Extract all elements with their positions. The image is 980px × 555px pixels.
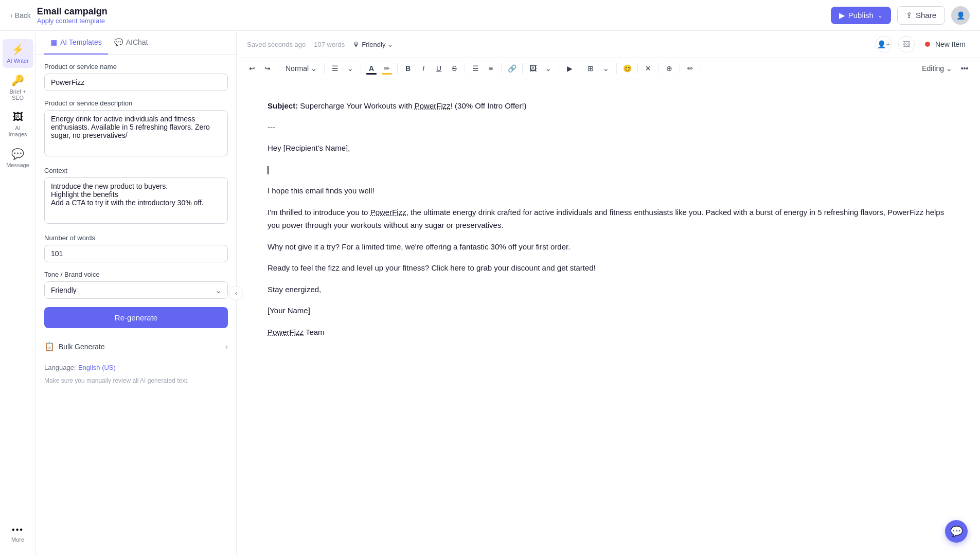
letter-a-icon: A bbox=[369, 64, 374, 73]
page-title: Email campaign bbox=[37, 6, 108, 17]
link-button[interactable]: 🔗 bbox=[505, 61, 519, 76]
toolbar-divider-6 bbox=[501, 63, 502, 74]
language-value[interactable]: English (US) bbox=[78, 364, 116, 371]
red-dot-icon bbox=[925, 42, 930, 47]
chevron-right-icon: › bbox=[225, 342, 228, 351]
mic-icon: 🎙 bbox=[353, 41, 360, 48]
toolbar-divider-14 bbox=[701, 63, 701, 74]
avatar[interactable]: 👤 bbox=[951, 6, 970, 25]
clear-format-button[interactable]: ✕ bbox=[641, 61, 655, 76]
share-button[interactable]: ⇪ Share bbox=[897, 6, 945, 25]
tab-ai-templates[interactable]: ▦ AI Templates bbox=[44, 31, 108, 55]
words-input[interactable] bbox=[44, 245, 228, 262]
chat-bubble[interactable]: 💬 bbox=[945, 520, 968, 543]
context-textarea[interactable]: Introduce the new product to buyers. Hig… bbox=[44, 177, 228, 224]
emoji-button[interactable]: 😊 bbox=[620, 61, 634, 76]
redo-button[interactable]: ↪ bbox=[260, 61, 275, 76]
person-add-icon[interactable]: 👤+ bbox=[876, 36, 892, 52]
tab-ai-templates-label: AI Templates bbox=[60, 38, 102, 46]
sidebar-label-ai-writer: AI Writer bbox=[7, 58, 29, 64]
image-chevron-button[interactable]: ⌄ bbox=[541, 61, 556, 76]
table-chevron-button[interactable]: ⌄ bbox=[599, 61, 613, 76]
product-desc-group: Product or service description Energy dr… bbox=[44, 99, 228, 158]
panel-collapse-button[interactable]: ‹ bbox=[229, 286, 243, 300]
italic-button[interactable]: I bbox=[416, 61, 431, 76]
product-name-label: Product or service name bbox=[44, 63, 228, 70]
tab-aichat[interactable]: 💬 AIChat bbox=[108, 31, 154, 55]
tone-badge[interactable]: 🎙 Friendly ⌄ bbox=[353, 41, 393, 48]
image-button[interactable]: 🖼 bbox=[526, 61, 540, 76]
align-button[interactable]: ☰ bbox=[328, 61, 342, 76]
highlight-icon: ✏ bbox=[384, 64, 390, 73]
product-desc-label: Product or service description bbox=[44, 99, 228, 107]
word-count: 107 words bbox=[314, 41, 345, 48]
toolbar-divider-13 bbox=[680, 63, 680, 74]
email-intro: I hope this email finds you well! bbox=[268, 184, 949, 198]
sidebar-item-ai-images[interactable]: 🖼 AI Images bbox=[3, 107, 33, 141]
email-para2: Why not give it a try? For a limited tim… bbox=[268, 240, 949, 254]
image-action-icon[interactable]: 🖼 bbox=[898, 36, 915, 52]
play-button[interactable]: ▶ bbox=[562, 61, 577, 76]
toolbar-divider-12 bbox=[658, 63, 659, 74]
icon-sidebar: ⚡ AI Writer 🔑 Brief + SEO 🖼 AI Images 💬 … bbox=[0, 31, 36, 555]
panel-sidebar: ▦ AI Templates 💬 AIChat ‹ Product or ser… bbox=[36, 31, 237, 555]
more-options-button[interactable]: ••• bbox=[957, 61, 972, 76]
back-button[interactable]: ‹ Back bbox=[10, 11, 31, 20]
cursor-line-p bbox=[268, 163, 949, 176]
new-item-button[interactable]: New Item bbox=[921, 38, 970, 50]
editor-meta: Saved seconds ago 107 words 🎙 Friendly ⌄ bbox=[247, 41, 393, 48]
apply-template-link[interactable]: Apply content template bbox=[37, 17, 108, 25]
sidebar-item-message[interactable]: 💬 Message bbox=[3, 144, 33, 172]
ordered-list-button[interactable]: ≡ bbox=[484, 61, 498, 76]
bold-button[interactable]: B bbox=[401, 61, 415, 76]
share-icon: ⇪ bbox=[906, 11, 913, 20]
bulk-icon: 📋 bbox=[44, 342, 55, 351]
subject-text: Supercharge Your Workouts with PowerFizz… bbox=[300, 101, 526, 110]
toolbar-divider-11 bbox=[637, 63, 638, 74]
toolbar-divider-5 bbox=[465, 63, 465, 74]
product-desc-textarea[interactable]: Energy drink for active individuals and … bbox=[44, 110, 228, 156]
message-icon: 💬 bbox=[11, 148, 24, 160]
edit-pen-button[interactable]: ✏ bbox=[683, 61, 698, 76]
main-layout: ⚡ AI Writer 🔑 Brief + SEO 🖼 AI Images 💬 … bbox=[0, 31, 980, 555]
editor-topbar: Saved seconds ago 107 words 🎙 Friendly ⌄… bbox=[237, 31, 980, 58]
bulk-generate-row[interactable]: 📋 Bulk Generate › bbox=[44, 336, 228, 356]
bullet-list-button[interactable]: ☰ bbox=[468, 61, 483, 76]
powerfizz-brand-3: PowerFizz bbox=[268, 328, 304, 336]
undo-button[interactable]: ↩ bbox=[245, 61, 259, 76]
strikethrough-button[interactable]: S bbox=[447, 61, 461, 76]
toolbar-divider-1 bbox=[278, 63, 278, 74]
align-chevron-button[interactable]: ⌄ bbox=[343, 61, 358, 76]
editing-label: Editing bbox=[922, 64, 944, 73]
email-brand: PowerFizz Team bbox=[268, 326, 949, 339]
editor-content[interactable]: Subject: Supercharge Your Workouts with … bbox=[237, 79, 980, 555]
table-button[interactable]: ⊞ bbox=[583, 61, 598, 76]
toolbar-divider-9 bbox=[580, 63, 580, 74]
powerfizz-brand-1: PowerFizz bbox=[415, 101, 451, 110]
email-name: [Your Name] bbox=[268, 304, 949, 317]
indent-button[interactable]: ⊕ bbox=[662, 61, 676, 76]
sidebar-item-brief-seo[interactable]: 🔑 Brief + SEO bbox=[3, 70, 33, 105]
style-dropdown[interactable]: Normal ⌄ bbox=[281, 62, 321, 75]
publish-label: Publish bbox=[848, 11, 874, 20]
editor-actions: 👤+ 🖼 New Item bbox=[876, 36, 970, 52]
chat-icon: 💬 bbox=[114, 38, 123, 46]
publish-button[interactable]: ▶ Publish ⌄ bbox=[831, 7, 891, 24]
underline-button[interactable]: U bbox=[432, 61, 446, 76]
sidebar-item-ai-writer[interactable]: ⚡ AI Writer bbox=[3, 39, 33, 68]
text-color-button[interactable]: A bbox=[364, 61, 379, 76]
tone-select[interactable]: Friendly Professional Casual Formal bbox=[44, 281, 228, 299]
highlight-button[interactable]: ✏ bbox=[380, 61, 394, 76]
email-para3: Ready to feel the fizz and level up your… bbox=[268, 261, 949, 275]
language-row: Language: English (US) bbox=[44, 363, 228, 372]
regenerate-button[interactable]: Re-generate bbox=[44, 307, 228, 328]
editing-dropdown[interactable]: Editing ⌄ bbox=[918, 62, 956, 75]
language-label: Language: bbox=[44, 364, 76, 371]
chevron-down-icon: ⌄ bbox=[387, 41, 393, 48]
toolbar-divider-3 bbox=[361, 63, 361, 74]
panel-tabs: ▦ AI Templates 💬 AIChat bbox=[36, 31, 236, 55]
product-name-input[interactable] bbox=[44, 74, 228, 91]
sidebar-item-more[interactable]: ••• More bbox=[3, 521, 33, 547]
toolbar-divider-7 bbox=[522, 63, 523, 74]
chevron-left-icon: ‹ bbox=[10, 11, 13, 20]
